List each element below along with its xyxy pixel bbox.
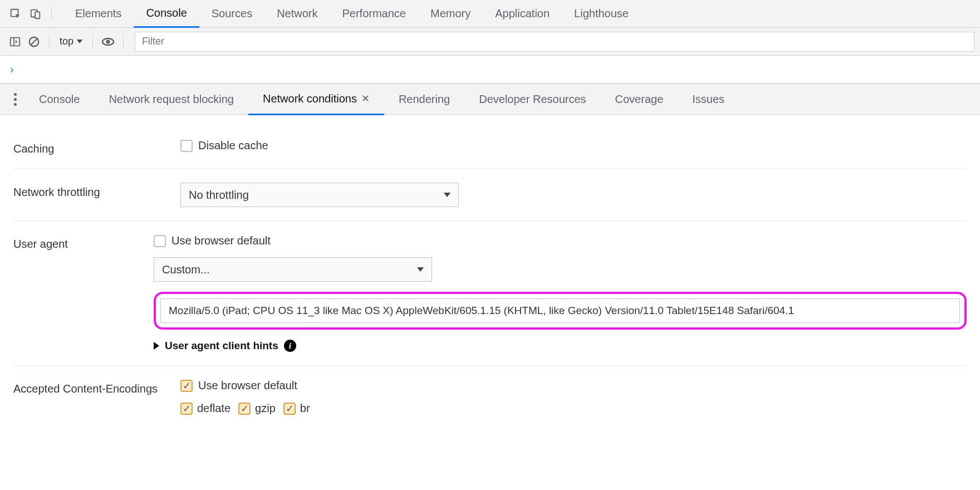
tab-application[interactable]: Application [483,0,562,28]
section-user-agent: User agent Use browser default Custom...… [13,221,967,366]
drawer-tab-network-request-blocking[interactable]: Network request blocking [94,84,248,115]
section-label-throttling: Network throttling [13,183,180,207]
separator [51,7,52,21]
console-prompt[interactable]: › [0,56,980,84]
chevron-down-icon [417,267,424,272]
checkbox-icon [283,403,296,415]
console-toolbar: top [0,28,980,56]
clear-console-icon[interactable] [24,32,43,51]
device-toggle-icon[interactable] [26,4,46,24]
encoding-gzip-checkbox[interactable]: gzip [238,402,276,415]
chevron-down-icon [77,40,82,43]
section-encodings: Accepted Content-Encodings Use browser d… [13,366,967,428]
inspect-icon[interactable] [6,4,26,24]
live-expression-icon[interactable] [99,32,117,51]
triangle-right-icon [154,342,159,350]
tab-lighthouse[interactable]: Lighthouse [562,0,641,28]
drawer-tab-console[interactable]: Console [24,84,94,115]
devtools-top-tabbar: Elements Console Sources Network Perform… [0,0,980,28]
ua-use-default-checkbox[interactable]: Use browser default [154,234,967,247]
section-label-caching: Caching [13,139,180,155]
encoding-deflate-checkbox[interactable]: deflate [180,402,231,415]
section-label-user-agent: User agent [13,234,154,352]
tab-performance[interactable]: Performance [330,0,419,28]
encoding-br-checkbox[interactable]: br [283,402,310,415]
ua-client-hints-expander[interactable]: User agent client hints i [154,340,967,352]
encodings-use-default-checkbox[interactable]: Use browser default [180,379,967,392]
drawer-tab-rendering[interactable]: Rendering [384,84,464,115]
separator [123,35,124,48]
checkbox-label: Use browser default [171,234,271,247]
ua-preset-select[interactable]: Custom... [154,257,432,282]
sidebar-toggle-icon[interactable] [6,32,24,51]
section-label-encodings: Accepted Content-Encodings [13,379,180,415]
svg-point-8 [106,40,110,43]
expander-label: User agent client hints [165,340,278,352]
drawer-tabbar: Console Network request blocking Network… [0,84,980,115]
chevron-down-icon [444,193,450,197]
ua-custom-input[interactable] [160,298,960,323]
network-conditions-panel: Caching Disable cache Network throttling… [0,115,980,439]
svg-rect-3 [11,37,20,46]
drawer-tab-network-conditions[interactable]: Network conditions ✕ [248,84,384,115]
separator [92,35,93,48]
checkbox-label: br [300,402,310,415]
throttling-select[interactable]: No throttling [180,183,459,207]
checkbox-icon [180,140,193,152]
separator [49,35,50,48]
section-throttling: Network throttling No throttling [13,169,967,221]
tab-network[interactable]: Network [264,0,330,28]
encodings-options: deflate gzip br [180,402,967,415]
more-tabs-icon[interactable] [6,90,24,109]
checkbox-label: gzip [255,402,276,415]
svg-line-6 [31,38,37,45]
chevron-right-icon: › [10,63,14,76]
tab-memory[interactable]: Memory [418,0,483,28]
checkbox-label: Disable cache [198,139,268,152]
select-value: Custom... [162,263,210,276]
main-tabs: Elements Console Sources Network Perform… [63,0,641,28]
context-selector[interactable]: top [55,33,87,50]
ua-highlight-annotation [154,292,967,330]
close-icon[interactable]: ✕ [361,92,370,105]
tab-elements[interactable]: Elements [63,0,134,28]
checkbox-icon [180,403,193,415]
tab-sources[interactable]: Sources [199,0,264,28]
checkbox-label: deflate [197,402,231,415]
context-label: top [60,36,74,47]
checkbox-icon [180,380,193,392]
checkbox-icon [154,235,166,247]
drawer-tab-label: Network conditions [263,92,357,105]
filter-input[interactable] [135,32,974,52]
select-value: No throttling [189,189,249,202]
info-icon[interactable]: i [284,340,296,352]
disable-cache-checkbox[interactable]: Disable cache [180,139,967,152]
section-caching: Caching Disable cache [13,126,967,169]
drawer-tab-issues[interactable]: Issues [678,84,739,115]
tab-console[interactable]: Console [134,0,199,28]
drawer-tab-coverage[interactable]: Coverage [601,84,678,115]
checkbox-label: Use browser default [198,379,297,392]
drawer-tab-developer-resources[interactable]: Developer Resources [464,84,600,115]
checkbox-icon [238,403,251,415]
svg-rect-2 [35,12,40,18]
